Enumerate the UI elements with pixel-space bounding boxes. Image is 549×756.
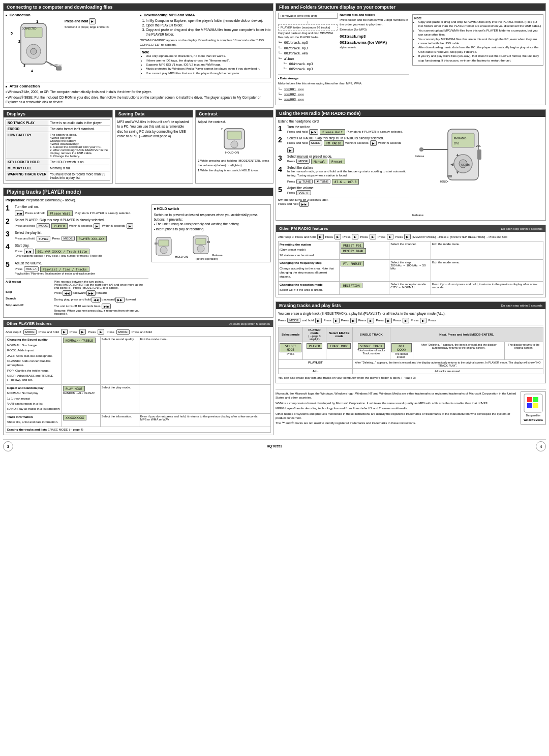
display-returns-cell: The display returns to the original scre…: [504, 342, 543, 359]
hold-btn: ▶: [89, 18, 96, 24]
select-mode-lcd: SELECT MODE: [280, 343, 301, 352]
fm-mode-btn-3[interactable]: MODE: [296, 159, 310, 164]
vol-btn-5[interactable]: VOL +/-: [24, 266, 39, 271]
fm-steps-area: Extend the headphone cord. 1 Turn the un…: [278, 119, 409, 218]
stop-label: Stop and off: [6, 304, 53, 315]
search-backward-btn[interactable]: ◀◀: [92, 297, 101, 303]
press-btn-1[interactable]: ▶/■: [15, 210, 24, 216]
naming-extension: Extension (for MP3): [340, 27, 409, 32]
play-step-5: 5 Adjust the volume. Press VOL +/- Playl…: [6, 261, 148, 277]
press-hold-btn[interactable]: MODE: [23, 329, 37, 335]
fm-tune-up[interactable]: ▲ TUNE: [296, 179, 313, 184]
files-note-4: After downloading music data from the PC…: [418, 45, 541, 54]
wma-copyright: WMA is a compression format developed by…: [276, 401, 516, 405]
data-storage-tree: └─ xxx001.xxx └─ xxx002.xxx └─ xxx003.xx…: [278, 87, 409, 103]
erase-press-d[interactable]: ▶: [368, 318, 374, 323]
files-note-3: You cannot play MP3/WMA files that are i…: [418, 37, 541, 46]
track-info-lcd: XXXXXXXXXX: [63, 415, 86, 420]
fm-tune-down[interactable]: ▼ TUNE: [314, 179, 330, 184]
playback-controls: A-B repeat Play repeats between the two …: [6, 278, 148, 315]
press-btn-c[interactable]: ▶: [98, 329, 104, 335]
mpeg-copyright: MPEG Layer-3 audio decoding technology l…: [276, 406, 516, 410]
svg-rect-46: [533, 397, 538, 402]
search-forward-btn[interactable]: ▶▶: [115, 297, 125, 303]
sound-quality-exit: Exit the mode menu.: [139, 337, 270, 385]
hold-switch-title: ■ HOLD switch: [154, 206, 269, 211]
track-display-cell: 001 XXXXX The item is erased.: [390, 342, 413, 359]
press-btn-a[interactable]: ▶: [61, 329, 68, 335]
erasing-intro: You can erase a single track (SINGLE TRA…: [278, 311, 543, 316]
fm-off-btn[interactable]: ▶/■: [299, 201, 309, 207]
page-footer: 3 RQT0553 4: [3, 439, 546, 451]
after-step2-row: After step 2 MODE Press and hold ▶ Press…: [6, 329, 271, 335]
next-press-header: Next. Press and hold [MODE•ENTER].: [390, 327, 543, 342]
repeat-random-display: PLAY MODE RANDOM→ALL REPEAT: [62, 384, 101, 413]
erasing-steps-table: Select mode PLAYER mode (→page 3 step1,2…: [278, 327, 543, 374]
sound-quality-display: NORMAL···TREBLE: [62, 337, 101, 385]
saving-data-section: Saving Data MP3 and WMA files in this un…: [115, 110, 193, 184]
reception-display: RECEPTION: [340, 281, 389, 294]
track-display: 001.WNR XXXXX / Track title: [35, 249, 90, 254]
svg-text:HOLD ON: HOLD ON: [225, 151, 239, 154]
other-player-features: Other PLAYER features Do each step withi…: [3, 320, 273, 435]
play-step-2: 2 Select PLAYER. Skip this step if PLAYE…: [6, 218, 148, 229]
svg-point-34: [419, 147, 423, 152]
tune-btn-3[interactable]: TUNE▸: [37, 236, 50, 241]
skip-label: Skip: [6, 290, 53, 296]
downloading-subsection: Downloading MP3 and WMA In My Computer o…: [140, 13, 271, 80]
windows-98se-note: • Windows® 98SE: Put the included CD-ROM…: [6, 95, 271, 104]
fm-press-e[interactable]: ▶: [387, 234, 393, 239]
track-info-row: Track Information Show title, artist and…: [6, 413, 271, 427]
fm-mode-btn[interactable]: MODE: [309, 140, 322, 145]
svg-text:87.6: 87.6: [454, 142, 459, 145]
mode-btn-3[interactable]: MODE: [62, 236, 75, 241]
select-channel-cell: Select the channel.: [389, 241, 431, 260]
mode-btn-2[interactable]: MODE: [37, 223, 50, 228]
fm-press-hold-a[interactable]: ▶: [317, 234, 324, 239]
fm-press-2b[interactable]: ▶: [287, 147, 294, 153]
display-text-warning-track: You have tried to record more than 99 tr…: [48, 171, 110, 181]
press-btn-2b[interactable]: ▶: [127, 223, 133, 229]
press-btn-2[interactable]: ▶: [94, 223, 100, 229]
fm-press-btn-1[interactable]: ▶/■: [309, 129, 318, 135]
erase-press-f[interactable]: ▶: [403, 318, 409, 323]
erase-press-c[interactable]: ▶: [350, 318, 357, 323]
contrast-step1: 1 While the display is on, switch HOLD t…: [198, 168, 271, 172]
windows-logo-svg: [523, 393, 543, 413]
erasing-title: Erasing tracks and play lists Do each st…: [276, 302, 545, 309]
fm-press-c[interactable]: ▶: [352, 234, 358, 239]
svg-text:5: 5: [11, 32, 13, 35]
fm-press-d[interactable]: ▶: [370, 234, 376, 239]
contrast-text: Adjust the contrast.: [198, 119, 271, 124]
play-btn-4[interactable]: ▶/■: [24, 249, 33, 254]
erase-press-g[interactable]: ▶: [420, 318, 426, 323]
press-and-hold-btn[interactable]: MODE: [116, 329, 130, 335]
backward-btn[interactable]: ◀◀: [63, 290, 72, 296]
svg-point-15: [231, 141, 238, 148]
windows-media-label: Windows Media: [523, 418, 543, 422]
forward-btn[interactable]: ▶▶: [86, 290, 96, 296]
playlist-label-cell: PLAYLIST: [279, 359, 353, 368]
fm-press-f[interactable]: ▶: [404, 234, 411, 239]
svg-rect-38: [477, 149, 481, 160]
erase-press-a[interactable]: ▶: [315, 318, 322, 323]
play-step-4-subtext: (Only supports sublists if they exist.) …: [15, 254, 148, 258]
press-btn-b[interactable]: ▶: [79, 329, 86, 335]
fm-press-2a[interactable]: ▶: [370, 140, 377, 146]
fm-preset-display: Preset: [329, 159, 345, 164]
folder-tree: └─ 001track.mp3 └─ 002track.mp3 └─ 003tr…: [278, 40, 338, 72]
fm-off-section: Off The unit turns off 3 seconds later. …: [278, 197, 409, 207]
stop-btn[interactable]: ▶/■: [102, 304, 111, 309]
fm-press-b[interactable]: ▶: [334, 234, 341, 239]
single-track-cell: SINGLE TRACK Total number of tracks Trac…: [352, 342, 390, 359]
display-label-key-locked: KEY LOCKED HOLD: [6, 159, 48, 165]
fm-freq-display: 87.6 ← 107.8: [332, 179, 359, 185]
erase-mode-btn[interactable]: MODE: [287, 318, 300, 323]
track-info-select: Select the information.: [100, 413, 139, 427]
repeat-random-row: Repeat and Random play NORMAL: Normal pl…: [6, 384, 271, 413]
erasing-also-note: You can also erase play lists and tracks…: [278, 376, 543, 380]
fm-vol-btn[interactable]: VOL +/-: [296, 190, 311, 195]
svg-text:▶: ▶: [467, 162, 470, 167]
erase-press-b[interactable]: ▶: [333, 318, 340, 323]
erase-press-e[interactable]: ▶: [385, 318, 392, 323]
